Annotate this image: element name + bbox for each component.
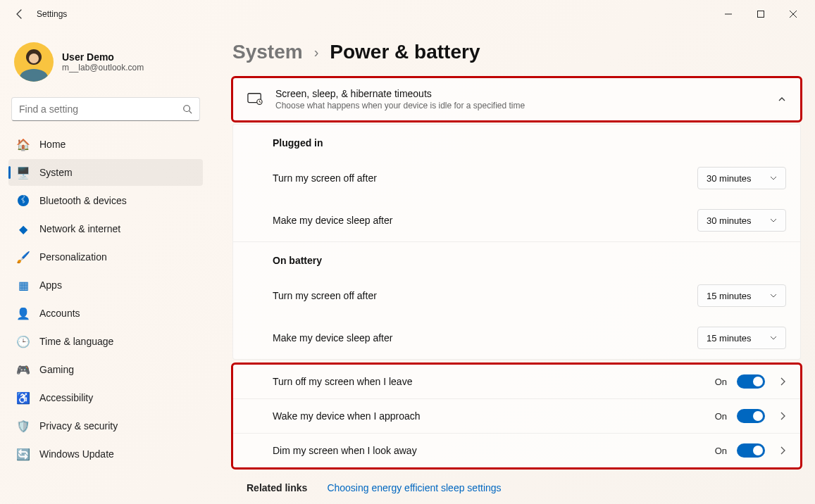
nav-label: Accessibility — [39, 392, 93, 403]
row-label: Make my device sleep after — [273, 215, 392, 226]
search-icon — [182, 104, 192, 114]
nav-label: Bluetooth & devices — [39, 195, 127, 206]
battery-sleep-select[interactable]: 15 minutes — [697, 327, 786, 349]
battery-sleep-row: Make my device sleep after 15 minutes — [233, 317, 800, 359]
toggle-state: On — [715, 377, 727, 387]
breadcrumb: System › Power & battery — [232, 41, 801, 63]
battery-screen-off-row: Turn my screen off after 15 minutes — [233, 275, 800, 317]
presence-approach-toggle[interactable] — [737, 409, 765, 423]
related-link-sleep[interactable]: Choosing energy efficient sleep settings — [327, 482, 501, 493]
row-label: Turn off my screen when I leave — [273, 376, 412, 387]
nav-time[interactable]: 🕒Time & language — [8, 328, 203, 355]
svg-rect-1 — [758, 11, 764, 18]
window-title: Settings — [37, 9, 67, 19]
nav-label: Accounts — [39, 308, 80, 319]
select-value: 30 minutes — [707, 173, 752, 184]
nav-label: Personalization — [39, 251, 107, 263]
presence-leave-row[interactable]: Turn off my screen when I leave On — [233, 365, 800, 398]
toggle-state: On — [715, 446, 727, 456]
chevron-down-icon — [770, 217, 777, 224]
presence-dim-toggle[interactable] — [737, 443, 765, 458]
nav-bluetooth[interactable]: Bluetooth & devices — [8, 187, 203, 214]
update-icon: 🔄 — [17, 448, 30, 460]
nav-apps[interactable]: ▦Apps — [8, 272, 203, 298]
related-links-label: Related links — [247, 482, 307, 493]
plugged-sleep-row: Make my device sleep after 30 minutes — [233, 199, 800, 241]
apps-icon: ▦ — [17, 279, 30, 291]
nav-gaming[interactable]: 🎮Gaming — [8, 356, 203, 383]
search-box[interactable] — [11, 97, 200, 121]
page-title: Power & battery — [330, 41, 480, 63]
chevron-up-icon — [778, 95, 786, 103]
person-icon: 👤 — [17, 307, 30, 320]
battery-screen-off-select[interactable]: 15 minutes — [697, 284, 786, 307]
on-battery-header: On battery — [233, 242, 800, 275]
arrow-left-icon — [14, 8, 25, 20]
user-email: m__lab@outlook.com — [62, 63, 144, 73]
row-label: Turn my screen off after — [273, 172, 377, 184]
accessibility-icon: ♿ — [17, 391, 30, 404]
plugged-screen-off-select[interactable]: 30 minutes — [697, 167, 786, 189]
nav-label: Gaming — [39, 364, 74, 375]
nav-label: Time & language — [39, 336, 113, 347]
nav: 🏠Home 🖥️System Bluetooth & devices ◆Netw… — [8, 131, 203, 467]
minimize-button[interactable] — [712, 3, 745, 25]
breadcrumb-parent[interactable]: System — [232, 41, 303, 63]
sidebar: User Demo m__lab@outlook.com 🏠Home 🖥️Sys… — [0, 28, 211, 504]
nav-accessibility[interactable]: ♿Accessibility — [8, 384, 203, 411]
nav-personalization[interactable]: 🖌️Personalization — [8, 244, 203, 270]
nav-privacy[interactable]: 🛡️Privacy & security — [8, 412, 203, 439]
nav-label: Home — [39, 139, 66, 150]
row-label: Dim my screen when I look away — [273, 445, 417, 456]
close-icon — [790, 11, 797, 18]
chevron-right-icon — [779, 377, 786, 386]
presence-leave-toggle[interactable] — [737, 374, 765, 389]
nav-accounts[interactable]: 👤Accounts — [8, 300, 203, 327]
chevron-down-icon — [770, 292, 777, 299]
timeouts-body: Plugged in Turn my screen off after 30 m… — [232, 124, 801, 360]
related-links: Related links Choosing energy efficient … — [232, 471, 801, 500]
nav-network[interactable]: ◆Network & internet — [8, 215, 203, 242]
main: System › Power & battery Screen, sleep, … — [211, 28, 815, 504]
maximize-icon — [757, 11, 764, 18]
chevron-right-icon — [779, 412, 786, 420]
minimize-icon — [725, 11, 732, 18]
presence-section: Turn off my screen when I leave On Wake … — [232, 364, 801, 468]
row-label: Make my device sleep after — [273, 332, 392, 344]
timeouts-expander-header[interactable]: Screen, sleep, & hibernate timeouts Choo… — [233, 78, 800, 120]
plugged-in-header: Plugged in — [233, 125, 800, 157]
titlebar: Settings — [0, 0, 815, 28]
select-value: 15 minutes — [707, 333, 752, 344]
user-name: User Demo — [62, 51, 144, 63]
presence-dim-row[interactable]: Dim my screen when I look away On — [233, 433, 800, 467]
paint-icon: 🖌️ — [17, 251, 30, 263]
nav-system[interactable]: 🖥️System — [8, 159, 203, 186]
gamepad-icon: 🎮 — [17, 363, 30, 376]
row-label: Wake my device when I approach — [273, 410, 421, 422]
chevron-down-icon — [770, 334, 777, 341]
bluetooth-icon — [17, 194, 30, 207]
chevron-right-icon — [779, 446, 786, 455]
plugged-sleep-select[interactable]: 30 minutes — [697, 209, 786, 232]
close-button[interactable] — [777, 3, 809, 25]
select-value: 30 minutes — [707, 215, 752, 226]
search-input[interactable] — [19, 103, 182, 115]
select-value: 15 minutes — [707, 291, 752, 301]
maximize-button[interactable] — [745, 3, 777, 25]
nav-label: Privacy & security — [39, 420, 118, 431]
user-account-block[interactable]: User Demo m__lab@outlook.com — [8, 28, 203, 93]
presence-approach-row[interactable]: Wake my device when I approach On — [233, 398, 800, 433]
back-button[interactable] — [6, 0, 34, 28]
shield-icon: 🛡️ — [17, 420, 30, 432]
nav-label: Apps — [39, 279, 62, 291]
nav-update[interactable]: 🔄Windows Update — [8, 441, 203, 467]
row-label: Turn my screen off after — [273, 290, 377, 301]
nav-label: Windows Update — [39, 448, 114, 460]
window-controls — [712, 3, 809, 25]
nav-home[interactable]: 🏠Home — [8, 131, 203, 158]
nav-label: System — [39, 167, 73, 178]
screen-icon — [247, 92, 263, 106]
timeouts-expander: Screen, sleep, & hibernate timeouts Choo… — [232, 77, 801, 121]
plugged-screen-off-row: Turn my screen off after 30 minutes — [233, 157, 800, 199]
expander-title: Screen, sleep, & hibernate timeouts — [275, 88, 765, 99]
